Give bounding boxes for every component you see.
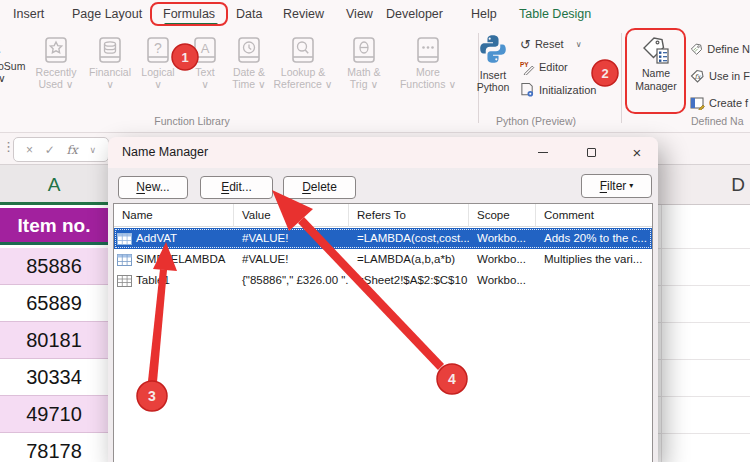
maximize-button[interactable] [576,141,606,164]
ribbon: Insert Page Layout Formulas Data Review … [0,0,750,133]
tab-page-layout[interactable]: Page Layout [72,0,142,28]
ribbon-button-lookup-reference[interactable]: Lookup & Reference ∨ [272,34,334,122]
group-separator [621,33,622,123]
sheet-column-a: A Item no. 85886 65889 80181 30334 49710… [0,165,113,462]
ribbon-button-name-manager[interactable]: Name Manager [628,31,684,111]
row-gridline [658,396,750,397]
close-icon: × [633,145,642,160]
initialization-icon [520,82,535,98]
row-gridline [658,359,750,360]
edit-button[interactable]: Edit... [200,176,273,199]
group-label-python-preview: Python (Preview) [478,115,594,127]
tab-help[interactable]: Help [471,0,497,28]
svg-text:A: A [201,41,210,56]
python-group: Insert Python ↺ Reset ∨ PY Editor [470,33,620,123]
clock-icon [235,36,263,66]
magnifier-icon [289,36,317,66]
theta-icon [350,36,378,66]
python-icon [477,33,509,65]
svg-text:PY: PY [520,60,529,67]
group-label-function-library: Function Library [130,115,254,127]
minimize-button[interactable] [528,141,558,164]
table-icon [117,275,132,287]
sheet-column-d: D [658,165,750,462]
ribbon-button-recently-used[interactable]: Recently Used ∨ [28,34,84,122]
row-gridline [658,248,750,249]
ribbon-button-text[interactable]: A Text ∨ [182,34,228,122]
table-icon [117,233,132,245]
create-from-selection-icon [690,96,706,110]
undo-icon: ↺ [520,37,531,52]
filter-button[interactable]: Filter▾ [581,174,652,198]
ribbon-button-financial[interactable]: Financial ∨ [83,34,137,122]
financial-icon [96,36,124,66]
cancel-icon[interactable]: × [26,143,33,157]
column-header-name[interactable]: Name [114,204,234,227]
insert-function-icon[interactable]: fx [66,143,77,157]
dialog-title: Name Manager [122,137,208,168]
chevron-down-icon: ∨ [576,40,582,49]
column-header-comment[interactable]: Comment [536,204,652,227]
tab-developer[interactable]: Developer [386,0,443,28]
cell-value[interactable]: 80181 [0,322,108,359]
minimize-icon [538,152,548,154]
new-button[interactable]: New... [118,176,188,199]
dropdown-arrow-icon: ▾ [629,181,633,190]
table-icon [117,254,132,266]
use-in-formula-icon: fx [690,69,706,83]
maximize-icon [587,148,596,157]
cell-value[interactable]: 65889 [0,285,108,322]
ribbon-button-reset[interactable]: ↺ Reset ∨ [520,35,582,53]
ribbon-button-more-functions[interactable]: More Functions ∨ [396,34,460,122]
row-gridline [658,433,750,434]
names-list: Name Value Refers To Scope Comment AddVA… [113,203,653,462]
table-row[interactable]: AddVAT #VALUE! =LAMBDA(cost,cost... Work… [114,228,652,249]
cell-value[interactable]: 30334 [0,359,108,396]
ribbon-button-date-time[interactable]: Date & Time ∨ [226,34,272,122]
close-button[interactable]: × [622,141,652,164]
name-manager-icon [640,33,672,67]
dialog-title-bar[interactable]: Name Manager × [108,137,658,168]
ellipsis-icon [414,36,442,66]
py-editor-icon: PY [520,60,535,75]
define-name-icon [690,42,704,56]
active-tab-underline [164,23,218,26]
ribbon-button-math-trig[interactable]: Math & Trig ∨ [338,34,390,122]
tab-table-design[interactable]: Table Design [519,0,591,28]
row-gridline [658,285,750,286]
ribbon-button-use-in-formula[interactable]: fx Use in F [690,68,750,84]
cell-value[interactable]: 49710 [0,396,108,433]
ribbon-button-initialization[interactable]: Initialization [520,81,596,99]
svg-text:?: ? [154,40,162,56]
cell-value[interactable]: 85886 [0,248,108,285]
column-header-refers[interactable]: Refers To [349,204,469,227]
excel-window: Insert Page Layout Formulas Data Review … [0,0,750,462]
column-gridline [661,205,662,462]
row-gridline [658,322,750,323]
tab-review[interactable]: Review [283,0,324,28]
recently-used-icon [42,36,70,66]
column-header-a[interactable]: A [0,165,108,205]
ribbon-button-create-from-selection[interactable]: Create f [690,95,750,111]
cell-value[interactable]: 78178 [0,433,108,462]
name-manager-dialog: Name Manager × New... Edit... Delete Fil… [108,137,658,462]
logical-icon: ? [144,36,172,66]
ribbon-button-editor[interactable]: PY Editor [520,58,568,76]
group-label-defined-names: Defined Na [691,115,750,127]
column-header-scope[interactable]: Scope [469,204,536,227]
column-header-d[interactable]: D [658,165,750,205]
ribbon-button-define-name[interactable]: Define N [690,41,750,57]
tab-view[interactable]: View [346,0,373,28]
chevron-down-icon[interactable]: ∨ [89,145,96,155]
table-row[interactable]: SIMPLELAMBDA #VALUE! =LAMBDA(a,b,a*b) Wo… [114,249,652,270]
text-icon: A [191,36,219,66]
column-header-value[interactable]: Value [234,204,349,227]
ribbon-button-insert-python[interactable]: Insert Python [470,33,516,93]
tab-insert[interactable]: Insert [13,0,44,28]
tab-data[interactable]: Data [236,0,262,28]
enter-icon[interactable]: ✓ [45,143,55,157]
table-row[interactable]: Table1 {"85886"," £326.00 "... =Sheet2!$… [114,270,652,291]
delete-button[interactable]: Delete [283,176,356,199]
ribbon-button-logical[interactable]: ? Logical ∨ [134,34,182,122]
cell-item-no[interactable]: Item no. [0,208,108,245]
